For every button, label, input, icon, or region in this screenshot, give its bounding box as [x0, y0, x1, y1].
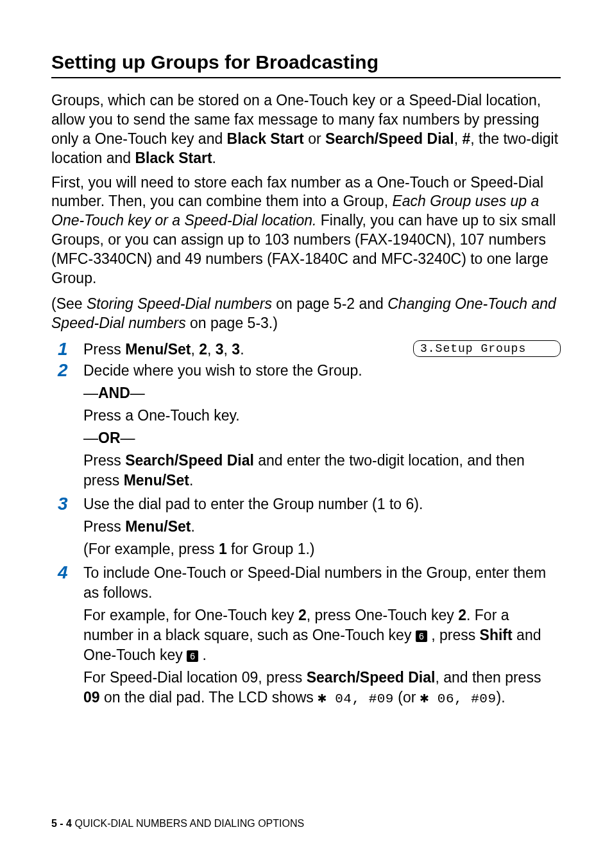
lcd-display-wrap: 3.Setup Groups: [413, 340, 561, 357]
text: Use the dial pad to enter the Group numb…: [83, 494, 561, 514]
text: Press Search/Speed Dial and enter the tw…: [83, 451, 561, 490]
text: .: [240, 341, 244, 358]
text-bold: 1: [219, 541, 227, 557]
text: on page 5-3.): [186, 315, 278, 331]
text: ,: [207, 341, 216, 358]
intro-paragraph-1: Groups, which can be stored on a One-Tou…: [51, 91, 561, 168]
text: ,: [454, 130, 463, 147]
text-bold: Search/Speed Dial: [125, 452, 254, 469]
mono-text: 06, #09: [429, 691, 497, 706]
chapter-title: QUICK-DIAL NUMBERS AND DIALING OPTIONS: [72, 818, 304, 829]
intro-paragraph-3: (See Storing Speed-Dial numbers on page …: [51, 295, 561, 333]
text: Decide where you wish to store the Group…: [83, 361, 561, 381]
text: , press: [427, 627, 480, 643]
step-body: Decide where you wish to store the Group…: [83, 361, 561, 493]
step-4: 4 To include One-Touch or Speed-Dial num…: [51, 563, 561, 711]
steps-list: 1 Press Menu/Set, 2, 3, 3. 3.Setup Group…: [51, 340, 561, 712]
text: ).: [497, 689, 506, 706]
step-1: 1 Press Menu/Set, 2, 3, 3. 3.Setup Group…: [51, 340, 561, 360]
step-number: 1: [51, 340, 83, 360]
text: To include One-Touch or Speed-Dial numbe…: [83, 563, 561, 603]
dash: —: [83, 385, 98, 401]
text: Press: [83, 518, 125, 535]
text-bold: AND: [98, 385, 130, 401]
text-bold: #: [463, 130, 471, 147]
text: For Speed-Dial location 09, press Search…: [83, 668, 561, 709]
text: ,: [224, 341, 232, 358]
or-separator: —OR—: [83, 428, 561, 448]
text: (See: [51, 295, 87, 312]
text-bold: Black Start: [135, 150, 212, 166]
star-icon: ✱: [318, 690, 327, 707]
text-bold: Menu/Set: [125, 341, 191, 358]
text: ,: [191, 341, 199, 358]
page-number: 5 - 4: [51, 818, 72, 829]
step-2: 2 Decide where you wish to store the Gro…: [51, 361, 561, 493]
text-bold: Black Start: [227, 130, 304, 147]
text: .: [198, 647, 207, 663]
text-bold: Menu/Set: [125, 518, 191, 535]
step-number: 2: [51, 361, 83, 381]
step-body: Press Menu/Set, 2, 3, 3. 3.Setup Groups: [83, 340, 561, 360]
text: (For example, press: [83, 541, 219, 557]
text: For example, for One-Touch key: [83, 607, 298, 623]
text-bold: 2: [199, 341, 207, 358]
step-3: 3 Use the dial pad to enter the Group nu…: [51, 494, 561, 562]
text: .: [189, 472, 193, 489]
lcd-display: 3.Setup Groups: [413, 340, 561, 357]
text: (For example, press 1 for Group 1.): [83, 539, 561, 559]
text: Press Menu/Set.: [83, 517, 561, 537]
text: Press: [83, 452, 125, 469]
text-bold: Menu/Set: [124, 472, 189, 489]
step-body: To include One-Touch or Speed-Dial numbe…: [83, 563, 561, 711]
text: , and then press: [435, 669, 541, 686]
step-number: 4: [51, 563, 83, 583]
mono-text: 04, #09: [327, 691, 394, 706]
text-bold: 2: [298, 607, 307, 623]
text: or: [304, 130, 325, 147]
step-number: 3: [51, 494, 83, 514]
step-body: Use the dial pad to enter the Group numb…: [83, 494, 561, 562]
section-heading: Setting up Groups for Broadcasting: [51, 51, 561, 78]
text: , press One-Touch key: [307, 607, 459, 623]
dash: —: [83, 430, 98, 446]
text-bold: 3: [232, 341, 240, 358]
text: .: [191, 518, 194, 535]
and-separator: —AND—: [83, 383, 561, 403]
text: for Group 1.): [227, 541, 315, 557]
text-bold: OR: [98, 430, 121, 446]
key-6-icon: 6: [187, 650, 198, 662]
key-6-icon: 6: [416, 630, 427, 642]
text-bold: 3: [216, 341, 224, 358]
star-icon: ✱: [420, 690, 429, 707]
dash: —: [121, 430, 135, 446]
text: For example, for One-Touch key 2, press …: [83, 605, 561, 665]
text-bold: Search/Speed Dial: [325, 130, 454, 147]
text-italic: Storing Speed-Dial numbers: [87, 295, 272, 312]
text: on the dial pad. The LCD shows: [100, 689, 318, 706]
dash: —: [130, 385, 145, 401]
text: For Speed-Dial location 09, press: [83, 669, 307, 686]
text-bold: 2: [458, 607, 466, 623]
intro-paragraph-2: First, you will need to store each fax n…: [51, 173, 561, 288]
text: (or: [394, 689, 420, 706]
text-bold: Search/Speed Dial: [307, 669, 436, 686]
page-footer: 5 - 4 QUICK-DIAL NUMBERS AND DIALING OPT…: [51, 818, 304, 829]
text: Press: [83, 341, 125, 358]
text-bold: 09: [83, 689, 100, 706]
text-bold: Shift: [480, 627, 513, 643]
text: on page 5-2 and: [272, 295, 387, 312]
text: Press a One-Touch key.: [83, 406, 561, 426]
text: .: [212, 150, 216, 166]
